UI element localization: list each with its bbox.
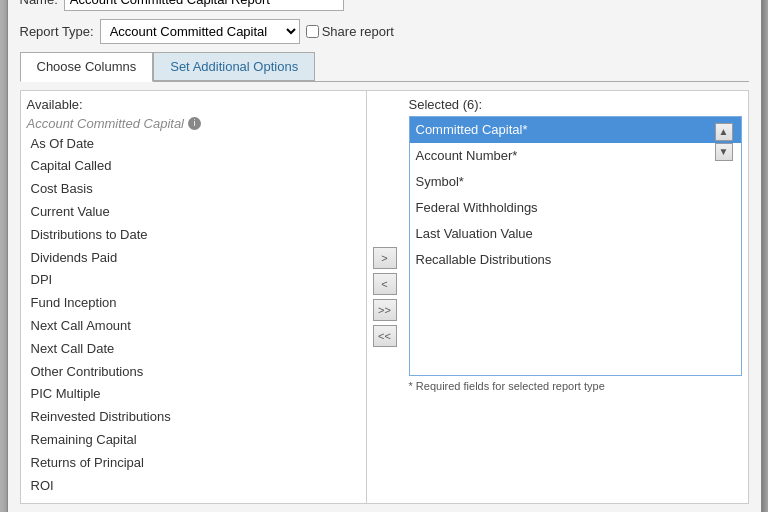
share-label-text: Share report [322, 24, 394, 39]
list-item[interactable]: DPI [27, 269, 360, 292]
columns-section: Available: Account Committed Capital i A… [20, 90, 749, 505]
name-row: Name: [20, 0, 749, 11]
name-label: Name: [20, 0, 58, 7]
move-down-button[interactable]: ▼ [715, 143, 733, 161]
report-type-select[interactable]: Account Committed Capital [100, 19, 300, 44]
selected-item[interactable]: Recallable Distributions [410, 247, 741, 273]
selected-item[interactable]: Committed Capital* [410, 117, 741, 143]
up-down-buttons: ▲ ▼ [715, 123, 733, 161]
transfer-buttons: > < >> << [367, 91, 403, 504]
list-item[interactable]: Other Contributions [27, 361, 360, 384]
add-all-button[interactable]: >> [373, 299, 397, 321]
list-item[interactable]: Next Call Amount [27, 315, 360, 338]
report-type-label: Report Type: [20, 24, 94, 39]
tabs-container: Choose Columns Set Additional Options [20, 52, 749, 82]
available-list: As Of Date Capital Called Cost Basis Cur… [27, 133, 360, 498]
selected-list: ▲ ▼ Committed Capital* Account Number* S… [409, 116, 742, 376]
selected-item[interactable]: Last Valuation Value [410, 221, 741, 247]
list-item[interactable]: Dividends Paid [27, 247, 360, 270]
selected-item[interactable]: Account Number* [410, 143, 741, 169]
list-item[interactable]: Distributions to Date [27, 224, 360, 247]
share-row: Share report [306, 24, 394, 39]
list-item[interactable]: ROI [27, 475, 360, 498]
remove-one-button[interactable]: < [373, 273, 397, 295]
dialog-body: Name: Report Type: Account Committed Cap… [8, 0, 761, 512]
share-checkbox[interactable] [306, 25, 319, 38]
selected-item[interactable]: Federal Withholdings [410, 195, 741, 221]
tab-set-additional-options[interactable]: Set Additional Options [153, 52, 315, 81]
list-item[interactable]: As Of Date [27, 133, 360, 156]
selected-panel: Selected (6): ▲ ▼ Committed Capital* Acc… [403, 91, 748, 504]
move-up-button[interactable]: ▲ [715, 123, 733, 141]
list-item[interactable]: PIC Multiple [27, 383, 360, 406]
selected-label: Selected (6): [409, 97, 742, 112]
report-type-row: Report Type: Account Committed Capital S… [20, 19, 749, 44]
dialog: Create Bulk Report × Name: Report Type: … [7, 0, 762, 512]
list-item[interactable]: Capital Called [27, 155, 360, 178]
remove-all-button[interactable]: << [373, 325, 397, 347]
selected-item[interactable]: Symbol* [410, 169, 741, 195]
background: Create Bulk Report × Name: Report Type: … [0, 0, 768, 512]
available-label: Available: [27, 97, 360, 112]
list-item[interactable]: Returns of Principal [27, 452, 360, 475]
name-input[interactable] [64, 0, 344, 11]
list-item[interactable]: Next Call Date [27, 338, 360, 361]
info-icon[interactable]: i [188, 117, 201, 130]
required-note: * Required fields for selected report ty… [409, 380, 742, 392]
group-label: Account Committed Capital i [27, 116, 360, 131]
tab-choose-columns[interactable]: Choose Columns [20, 52, 154, 82]
list-item[interactable]: Current Value [27, 201, 360, 224]
add-one-button[interactable]: > [373, 247, 397, 269]
available-panel: Available: Account Committed Capital i A… [21, 91, 367, 504]
list-item[interactable]: Fund Inception [27, 292, 360, 315]
list-item[interactable]: Remaining Capital [27, 429, 360, 452]
list-item[interactable]: Cost Basis [27, 178, 360, 201]
list-item[interactable]: Reinvested Distributions [27, 406, 360, 429]
